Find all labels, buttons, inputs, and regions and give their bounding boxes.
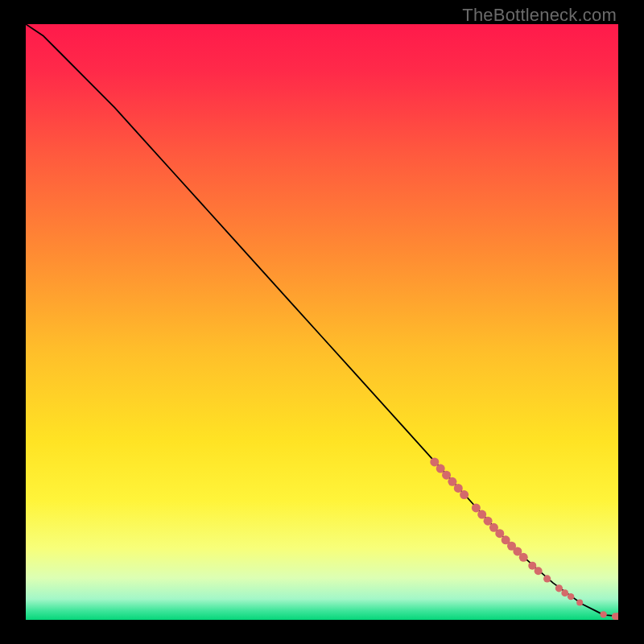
data-marker	[600, 611, 606, 617]
gradient-background	[26, 24, 618, 620]
data-marker	[535, 567, 543, 575]
chart-stage: TheBottleneck.com	[0, 0, 644, 644]
data-marker	[543, 575, 551, 582]
data-marker	[430, 457, 439, 466]
watermark-text: TheBottleneck.com	[462, 5, 617, 26]
data-marker	[454, 484, 463, 493]
data-marker	[460, 490, 469, 499]
chart-svg	[26, 24, 618, 620]
data-marker	[436, 464, 445, 473]
data-marker	[561, 589, 568, 597]
data-marker	[477, 510, 486, 519]
data-marker	[472, 503, 481, 512]
data-marker	[576, 600, 583, 606]
data-marker	[484, 517, 493, 526]
data-marker	[448, 477, 456, 486]
data-marker	[555, 584, 563, 592]
data-marker	[442, 471, 451, 480]
plot-area	[26, 24, 618, 620]
data-marker	[568, 593, 574, 600]
data-marker	[519, 553, 528, 562]
data-marker	[495, 529, 504, 538]
